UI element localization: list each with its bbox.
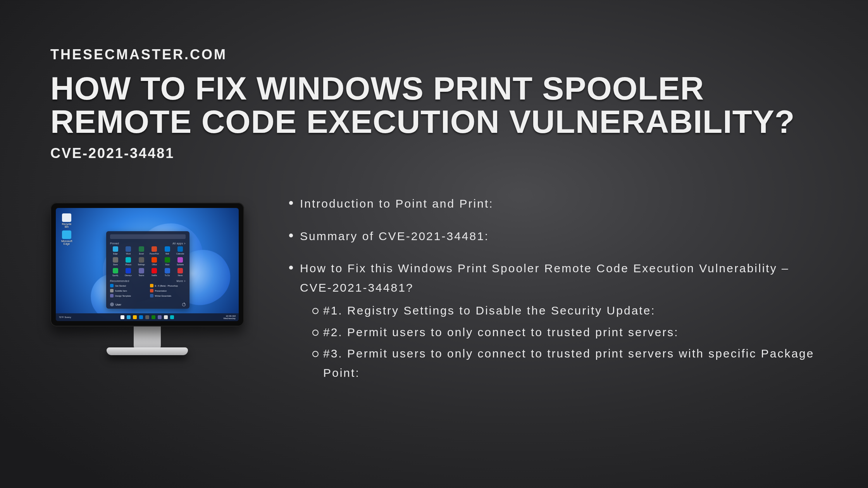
- slide: THESECMASTER.COM HOW TO FIX WINDOWS PRIN…: [0, 0, 868, 488]
- pinned-tile: Photos: [123, 257, 134, 266]
- recommended-item: E - 5 (Beta) - Photoshop: [150, 284, 186, 287]
- outline-subitem: #1. Registry Settings to Disable the Sec…: [300, 301, 818, 320]
- outline: Introduction to Point and Print: Summary…: [287, 192, 818, 395]
- monitor-stand-neck: [134, 326, 161, 350]
- pinned-tile: Solitaire: [175, 257, 186, 266]
- recommended-item: Presentation: [150, 289, 186, 292]
- monitor-illustration: Recycle Bin Microsoft Edge Pinned All ap…: [50, 192, 244, 355]
- recommended-label: Subtitle Item: [115, 290, 127, 292]
- app-label: Office: [152, 263, 157, 266]
- taskbar-app-icon: [139, 315, 143, 319]
- app-icon: [139, 268, 144, 273]
- file-icon: [150, 294, 153, 297]
- app-label: Teams: [138, 274, 144, 277]
- pinned-tile: News: [175, 268, 186, 277]
- pinned-grid: EdgeWordExcelPowerPointMailCalendarStore…: [110, 246, 186, 277]
- app-label: Mail: [165, 253, 169, 255]
- app-label: Store: [113, 263, 118, 266]
- app-label: Photos: [125, 263, 131, 266]
- app-label: Edge: [113, 253, 118, 255]
- pinned-label: Pinned: [110, 242, 119, 245]
- app-label: Disney+: [125, 274, 132, 277]
- app-label: Calendar: [176, 253, 184, 255]
- app-icon: [177, 257, 183, 263]
- app-label: Excel: [139, 253, 144, 255]
- app-icon: [126, 257, 131, 263]
- desktop-icon-label: Recycle Bin: [61, 223, 72, 228]
- start-menu: Pinned All apps > EdgeWordExcelPowerPoin…: [106, 231, 189, 309]
- recommended-label: Recommended: [110, 280, 129, 282]
- app-icon: [152, 268, 157, 273]
- app-icon: [165, 268, 170, 273]
- pinned-tile: Word: [123, 246, 134, 255]
- edge-icon: [62, 230, 71, 239]
- taskbar-app-icon: [121, 315, 124, 319]
- outline-subitem: #2. Permit users to only connect to trus…: [300, 323, 818, 342]
- app-label: Xbox: [165, 263, 169, 266]
- app-icon: [165, 257, 170, 263]
- app-icon: [165, 246, 170, 252]
- app-icon: [126, 246, 131, 252]
- outline-item: How to Fix this Windows Print Spooler Re…: [287, 259, 818, 382]
- pinned-tile: Office: [149, 257, 160, 266]
- site-name: THESECMASTER.COM: [50, 46, 818, 63]
- taskbar-app-icon: [170, 315, 174, 319]
- recommended-item: Get Started: [110, 284, 146, 287]
- avatar-icon: [110, 302, 114, 306]
- recycle-bin-icon: [62, 213, 71, 222]
- pinned-tile: Store: [110, 257, 121, 266]
- pinned-tile: Edge: [110, 246, 121, 255]
- outline-item: Introduction to Point and Print:: [287, 194, 818, 213]
- desktop-icon: Recycle Bin: [61, 213, 72, 226]
- user-name: User: [115, 303, 121, 306]
- taskbar-app-icon: [152, 315, 155, 319]
- app-label: Settings: [138, 263, 145, 266]
- more-label: More >: [177, 280, 186, 282]
- start-search: [110, 234, 186, 239]
- app-icon: [126, 268, 131, 273]
- page-title: HOW TO FIX WINDOWS PRINT SPOOLER REMOTE …: [50, 72, 810, 138]
- taskbar-app-icon: [133, 315, 137, 319]
- app-icon: [152, 246, 157, 252]
- recommended-item: Winter Essentials: [150, 294, 186, 297]
- app-icon: [139, 246, 144, 252]
- power-icon: [182, 303, 186, 306]
- recommended-list: Get StartedE - 5 (Beta) - PhotoshopSubti…: [110, 284, 186, 297]
- recommended-label: Get Started: [115, 285, 126, 287]
- recommended-label: Winter Essentials: [155, 295, 172, 297]
- desktop-icon-label: Microsoft Edge: [61, 240, 72, 245]
- pinned-tile: Settings: [136, 257, 147, 266]
- app-label: PowerPoint: [150, 253, 159, 255]
- cve-id: CVE-2021-34481: [50, 145, 818, 162]
- app-label: Spotify: [112, 274, 118, 277]
- app-label: Solitaire: [177, 263, 184, 266]
- app-label: News: [178, 274, 183, 277]
- monitor-bezel: Recycle Bin Microsoft Edge Pinned All ap…: [50, 203, 244, 326]
- pinned-tile: PowerPoint: [149, 246, 160, 255]
- pinned-tile: Mail: [162, 246, 173, 255]
- app-icon: [113, 246, 118, 252]
- app-icon: [177, 246, 183, 252]
- app-label: To Do: [165, 274, 170, 277]
- content-row: Recycle Bin Microsoft Edge Pinned All ap…: [50, 192, 818, 395]
- recommended-item: Design Template: [110, 294, 146, 297]
- pinned-tile: Disney+: [123, 268, 134, 277]
- pinned-tile: To Do: [162, 268, 173, 277]
- monitor-stand-base: [107, 347, 188, 355]
- all-apps-label: All apps >: [172, 242, 186, 245]
- app-icon: [113, 268, 118, 273]
- taskbar-app-icon: [145, 315, 149, 319]
- file-icon: [110, 289, 114, 292]
- outline-subitem: #3. Permit users to only connect to trus…: [300, 344, 818, 382]
- pinned-tile: Spotify: [110, 268, 121, 277]
- app-icon: [139, 257, 144, 263]
- app-label: Word: [126, 253, 131, 255]
- recommended-label: E - 5 (Beta) - Photoshop: [155, 285, 178, 287]
- app-icon: [177, 268, 183, 273]
- pinned-tile: Netflix: [149, 268, 160, 277]
- file-icon: [110, 294, 114, 297]
- taskbar-app-icon: [127, 315, 131, 319]
- desktop-icon: Microsoft Edge: [61, 230, 72, 243]
- pinned-tile: Xbox: [162, 257, 173, 266]
- system-tray: 10:39 AM Wednesday: [223, 315, 236, 320]
